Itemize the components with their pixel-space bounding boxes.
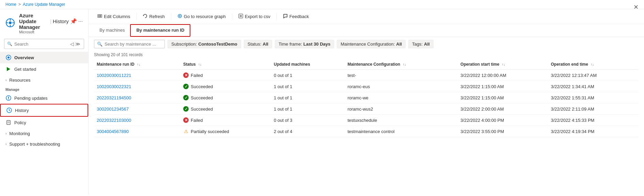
col-updated-machines: Updated machines (271, 59, 345, 70)
resource-graph-button[interactable]: Go to resource graph (174, 12, 229, 21)
search-input[interactable] (14, 42, 69, 47)
svg-rect-11 (8, 99, 9, 99)
status-filter[interactable]: Status : All (244, 40, 272, 48)
cell-maintenance-config: roramc-we (345, 92, 458, 103)
more-button[interactable]: ··· (78, 18, 83, 24)
sidebar-item-label-monitoring: Monitoring (9, 131, 30, 136)
table-row: 3004004567890⚠Partially succeeded2 out o… (94, 126, 639, 137)
cell-status: ✕Failed (180, 115, 271, 126)
cell-op-end: 3/22/2022 4:19:34 PM (548, 126, 639, 137)
cell-op-start: 3/22/2022 4:00:00 PM (458, 115, 548, 126)
status-label: Succeeded (191, 107, 213, 112)
maintenance-config-filter[interactable]: Maintenance Configuration : All (337, 40, 406, 48)
run-id-link[interactable]: 3002001234567 (97, 107, 129, 112)
subscription-value: ContosoTestDemo (198, 42, 237, 47)
run-id-link[interactable]: 10020030011221 (97, 73, 131, 78)
svg-rect-18 (101, 15, 102, 17)
cell-status: ✕Failed (180, 70, 271, 81)
cell-maintenance-config: roramc-eus (345, 81, 458, 92)
status-value: All (263, 42, 268, 47)
status-label: Status (248, 42, 260, 47)
overview-icon (5, 54, 12, 61)
tags-filter[interactable]: Tags : All (408, 40, 434, 48)
subscription-colon: : (196, 42, 197, 47)
cell-updated-machines: 1 out of 1 (271, 81, 345, 92)
partial-icon: ⚠ (183, 129, 189, 134)
cell-updated-machines: 2 out of 4 (271, 126, 345, 137)
run-id-link[interactable]: 20220322103000 (97, 118, 131, 123)
sort-arrows-op-end[interactable]: ↑↓ (591, 63, 594, 66)
divider-3 (232, 13, 232, 20)
breadcrumb-current[interactable]: Azure Update Manager (23, 2, 65, 7)
tab-by-maintenance-run-id[interactable]: By maintenance run ID (130, 24, 190, 37)
sidebar-item-monitoring[interactable]: › Monitoring (0, 128, 88, 139)
edit-columns-button[interactable]: Edit Columns (94, 12, 133, 21)
cell-status: ✓Succeeded (180, 103, 271, 115)
search-filter: 🔍 (94, 40, 165, 48)
app-icon (5, 18, 15, 29)
failed-icon: ✕ (183, 117, 189, 123)
sidebar-item-support[interactable]: › Support + troubleshooting (0, 139, 88, 149)
status-label: Failed (191, 73, 203, 78)
resource-graph-label: Go to resource graph (184, 14, 226, 19)
sidebar: Azure Update Manager | History 📌 ··· Mic… (0, 9, 89, 195)
sidebar-item-pending-updates[interactable]: Pending updates (0, 92, 88, 104)
sidebar-item-label-support: Support + troubleshooting (9, 142, 60, 147)
sort-arrows-status[interactable]: ↑↓ (198, 63, 202, 66)
history-icon (6, 107, 12, 113)
cell-maintenance-config: test- (345, 70, 458, 81)
cell-maintenance-config: testuxschedule (345, 115, 458, 126)
run-id-link[interactable]: 20220321194500 (97, 95, 131, 100)
sort-arrows-run-id[interactable]: ↑↓ (137, 63, 140, 66)
breadcrumb-home[interactable]: Home (5, 2, 16, 7)
sidebar-item-overview[interactable]: Overview (0, 52, 88, 63)
sidebar-item-history[interactable]: History (0, 104, 88, 117)
filter-search-icon: 🔍 (97, 42, 103, 47)
collapse-icon[interactable]: ◁ (69, 40, 75, 47)
sidebar-item-label-get-started: Get started (14, 67, 36, 72)
tab-by-machines[interactable]: By machines (94, 24, 130, 37)
col-maintenance-config: Maintenance Configuration ↑↓ (345, 59, 458, 70)
sidebar-item-resources[interactable]: › Resources (0, 75, 88, 85)
cell-maintenance-config: roramc-wus2 (345, 103, 458, 115)
cell-op-end: 3/22/2022 12:13:47 AM (548, 70, 639, 81)
subscription-filter[interactable]: Subscription : ContosoTestDemo (168, 40, 241, 48)
tags-value: All (424, 42, 430, 47)
expand-icon[interactable]: ≫ (75, 40, 81, 47)
close-button[interactable]: ✕ (633, 3, 639, 11)
feedback-button[interactable]: Feedback (280, 12, 312, 21)
maintenance-config-label: Maintenance Configuration (341, 42, 393, 47)
col-status: Status ↑↓ (180, 59, 271, 70)
table-container: Maintenance run ID ↑↓ Status ↑↓ Updated … (89, 59, 644, 195)
sidebar-item-get-started[interactable]: Get started (0, 63, 88, 75)
svg-marker-8 (7, 67, 10, 71)
run-id-link[interactable]: 3004004567890 (97, 129, 129, 134)
table-header-row: Maintenance run ID ↑↓ Status ↑↓ Updated … (94, 59, 639, 70)
edit-columns-label: Edit Columns (104, 14, 130, 19)
col-op-start-label: Operation start time (460, 62, 499, 67)
subscription-label: Subscription (171, 42, 196, 47)
svg-point-7 (7, 56, 10, 59)
cell-op-start: 3/22/2022 2:00:00 AM (458, 103, 548, 115)
run-id-link[interactable]: 10020030022321 (97, 84, 131, 89)
timeframe-filter[interactable]: Time frame : Last 30 Days (275, 40, 334, 48)
cell-op-start: 3/22/2022 12:00:00 AM (458, 70, 548, 81)
svg-rect-10 (8, 97, 9, 98)
page-header-pipe: | (50, 18, 51, 24)
sort-arrows-config[interactable]: ↑↓ (403, 63, 406, 66)
sidebar-item-label-overview: Overview (14, 55, 34, 60)
table-row: 10020030022321✓Succeeded1 out of 1roramc… (94, 81, 639, 92)
status-label: Succeeded (191, 84, 213, 89)
maintenance-search-input[interactable] (105, 42, 162, 47)
refresh-button[interactable]: Refresh (139, 12, 168, 21)
sidebar-item-label-pending: Pending updates (14, 96, 48, 101)
svg-point-20 (179, 15, 180, 17)
pin-button[interactable]: 📌 (70, 18, 77, 24)
breadcrumb: Home > Azure Update Manager (0, 0, 644, 9)
sidebar-item-policy[interactable]: Policy (0, 117, 88, 128)
tab-by-machines-label: By machines (99, 28, 125, 33)
export-csv-button[interactable]: Export to csv (235, 12, 274, 21)
sort-arrows-op-start[interactable]: ↑↓ (502, 63, 505, 66)
toolbar: Edit Columns Refresh Go to resource grap… (89, 9, 644, 24)
sidebar-item-label-history: History (15, 108, 29, 113)
